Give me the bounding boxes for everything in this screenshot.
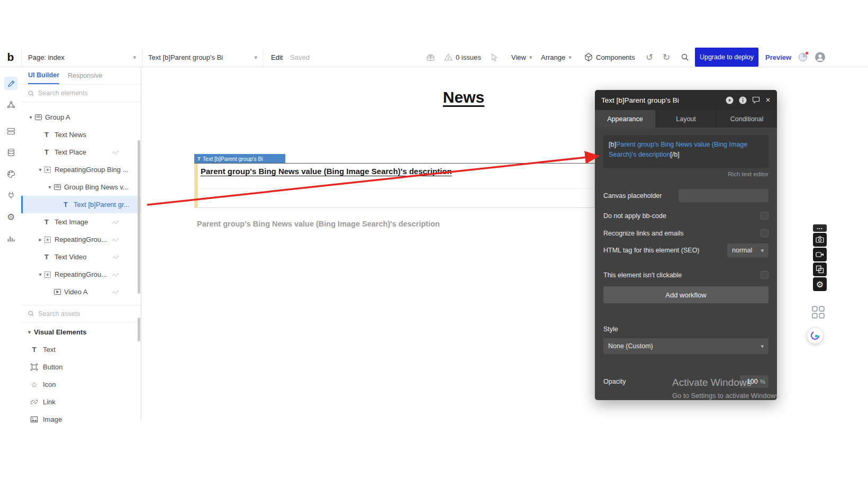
palette-item-image[interactable]: Image — [21, 411, 141, 428]
tree-item-label: Text Video — [55, 253, 86, 261]
rich-text-editor[interactable]: [b]Parent group's Bing News value (Bing … — [603, 135, 768, 168]
property-editor-header[interactable]: Text [b]Parent group's Bi ✕ — [595, 90, 777, 110]
redo-icon[interactable]: ↻ — [663, 52, 670, 63]
tab-layout[interactable]: Layout — [656, 110, 717, 128]
windows-capture-icon[interactable] — [813, 262, 827, 276]
app-grid-icon[interactable] — [812, 306, 825, 319]
html-tag-row: HTML tag for this element (SEO) normal ▾ — [603, 243, 768, 257]
opacity-input[interactable]: 100 % — [740, 375, 768, 388]
logs-tab-icon[interactable] — [4, 232, 17, 245]
pages-tab-icon[interactable] — [4, 124, 17, 138]
bbcode-open-tag: [b] — [609, 141, 616, 148]
panel-scrollbar-lower[interactable] — [138, 318, 140, 341]
palette-item-link[interactable]: Link — [21, 393, 141, 411]
caret-right-icon[interactable]: ▸ — [36, 237, 44, 242]
cursor-tool-icon[interactable] — [490, 53, 499, 61]
opacity-label: Opacity — [603, 378, 626, 385]
image-element-icon — [30, 416, 38, 422]
data-tab-icon[interactable] — [4, 146, 17, 159]
tree-item-text-parent-group[interactable]: T Text [b]Parent gr... — [21, 196, 141, 213]
visual-elements-section[interactable]: ▾ Visual Elements — [21, 323, 141, 341]
palette-item-icon[interactable]: ☆ Icon — [21, 376, 141, 393]
palette-item-button[interactable]: Button — [21, 358, 141, 376]
responsive-indicator-icon — [112, 238, 120, 242]
arrange-menu[interactable]: Arrange ▾ — [541, 53, 572, 61]
search-assets-input[interactable] — [38, 310, 134, 318]
upgrade-to-deploy-button[interactable]: Upgrade to deploy — [695, 48, 758, 67]
issues-indicator[interactable]: 0 issues — [444, 53, 481, 61]
tree-item-text-video[interactable]: T Text Video — [21, 248, 141, 266]
search-icon[interactable] — [681, 53, 689, 61]
tree-item-repeatinggroup-bing[interactable]: ▾ RepeatingGroup Bing ... — [21, 161, 141, 178]
opacity-row: Opacity 100 % — [603, 375, 768, 388]
text-element-icon: T — [64, 201, 73, 209]
screenshot-icon[interactable] — [813, 233, 827, 247]
close-icon[interactable]: ✕ — [765, 96, 771, 104]
style-dropdown[interactable]: None (Custom) ▾ — [603, 338, 768, 354]
selected-text-element[interactable]: Parent group's Bing News value (Bing Ima… — [194, 163, 595, 208]
capture-more-icon[interactable]: ••• — [813, 224, 827, 232]
html-tag-dropdown[interactable]: normal ▾ — [727, 243, 768, 257]
text-element-icon: T — [197, 156, 201, 161]
components-menu[interactable]: Components — [584, 53, 635, 62]
palette-item-text[interactable]: T Text — [21, 341, 141, 358]
view-menu[interactable]: View ▾ — [511, 53, 532, 61]
screen-record-icon[interactable] — [813, 248, 827, 261]
page-selector[interactable]: Page: index ▾ — [21, 48, 143, 67]
property-editor[interactable]: Text [b]Parent group's Bi ✕ Appearance L… — [595, 90, 777, 400]
caret-down-icon[interactable]: ▾ — [26, 114, 35, 120]
caret-down-icon[interactable]: ▾ — [46, 184, 54, 190]
avatar[interactable] — [815, 52, 825, 62]
gift-icon[interactable] — [426, 53, 435, 62]
selected-element-tag[interactable]: T Text [b]Parent group's Bi — [194, 154, 285, 163]
left-icon-rail: ⚙ — [0, 67, 21, 420]
comment-icon[interactable] — [752, 96, 760, 104]
tree-item-repeatinggroup-3[interactable]: ▾ RepeatingGrou... — [21, 266, 141, 283]
tree-item-label: Text Image — [55, 218, 88, 226]
capture-settings-icon[interactable]: ⚙ — [813, 277, 827, 291]
workflow-tab-icon[interactable] — [4, 98, 17, 111]
caret-down-icon[interactable]: ▾ — [36, 271, 44, 277]
tree-item-label: RepeatingGrou... — [55, 236, 107, 243]
usage-pie-indicator[interactable] — [798, 52, 808, 62]
preview-button[interactable]: Preview — [765, 53, 791, 61]
tree-item-text-news[interactable]: T Text News — [21, 126, 141, 143]
tree-item-label: Group A — [45, 113, 70, 121]
tab-conditional[interactable]: Conditional — [717, 110, 777, 128]
top-toolbar: b Page: index ▾ Text [b]Parent group's B… — [0, 48, 868, 67]
panel-scrollbar[interactable] — [138, 140, 140, 294]
edit-mode-label[interactable]: Edit — [271, 53, 283, 61]
tab-ui-builder[interactable]: UI Builder — [28, 67, 59, 84]
tree-item-text-place[interactable]: T Text Place — [21, 143, 141, 161]
undo-icon[interactable]: ↺ — [646, 52, 653, 63]
tree-item-group-bing-news[interactable]: ▾ Group Bing News v... — [21, 178, 141, 196]
run-workflow-icon[interactable] — [726, 96, 734, 104]
plugins-tab-icon[interactable] — [4, 188, 17, 202]
tree-item-text-image[interactable]: T Text Image — [21, 213, 141, 231]
assistant-chat-button[interactable] — [807, 327, 824, 344]
property-tabs: Appearance Layout Conditional — [595, 110, 777, 128]
text-element-icon: T — [44, 148, 54, 156]
not-clickable-checkbox[interactable] — [761, 271, 768, 279]
bbcode-checkbox[interactable] — [761, 212, 768, 220]
info-icon[interactable] — [739, 96, 747, 104]
tab-appearance[interactable]: Appearance — [595, 110, 656, 128]
tree-item-video-a[interactable]: Video A — [21, 283, 141, 301]
element-selector[interactable]: Text [b]Parent group's Bi ▾ — [143, 48, 263, 67]
chevron-down-icon: ▾ — [568, 54, 572, 61]
add-workflow-button[interactable]: Add workflow — [603, 286, 768, 303]
settings-tab-icon[interactable]: ⚙ — [4, 211, 17, 224]
bubble-logo[interactable]: b — [0, 51, 21, 64]
text-element-icon: T — [44, 131, 54, 139]
html-tag-value: normal — [732, 247, 752, 254]
tab-responsive[interactable]: Responsive — [68, 67, 102, 84]
styles-tab-icon[interactable] — [4, 167, 17, 180]
design-tab-icon[interactable] — [4, 77, 17, 90]
caret-down-icon[interactable]: ▾ — [36, 167, 44, 173]
tree-item-group-a[interactable]: ▾ Group A — [21, 108, 141, 126]
links-emails-checkbox[interactable] — [761, 229, 768, 237]
canvas-placeholder-input[interactable] — [679, 189, 768, 202]
tree-item-repeatinggroup-2[interactable]: ▸ RepeatingGrou... — [21, 231, 141, 248]
search-elements-input[interactable] — [38, 89, 134, 97]
rich-text-editor-link[interactable]: Rich text editor — [603, 171, 768, 177]
